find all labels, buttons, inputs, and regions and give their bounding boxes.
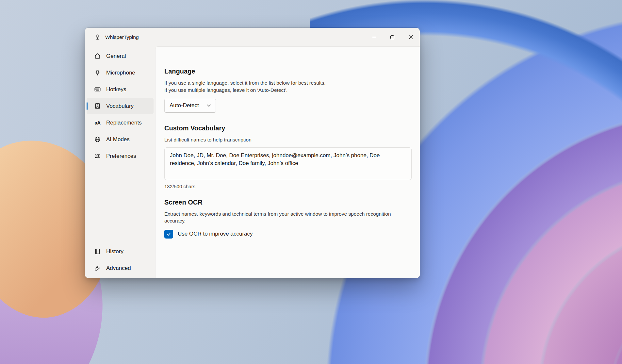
sidebar-item-label: History: [106, 248, 123, 255]
custom-vocabulary-heading: Custom Vocabulary: [164, 124, 412, 132]
wrench-icon: [94, 265, 101, 272]
microphone-icon: [94, 69, 101, 76]
sidebar-item-label: Preferences: [106, 153, 136, 159]
contact-card-icon: [94, 103, 101, 109]
minimize-button[interactable]: [365, 28, 383, 46]
ocr-checkbox-row: Use OCR to improve accuracy: [164, 230, 412, 239]
sidebar-item-advanced[interactable]: Advanced: [87, 260, 154, 276]
maximize-button[interactable]: [383, 28, 401, 46]
language-dropdown[interactable]: Auto-Detect: [164, 99, 216, 113]
settings-content: Language If you use a single language, s…: [155, 46, 420, 278]
sidebar-item-ai-modes[interactable]: AI Modes: [87, 131, 154, 148]
sidebar-item-hotkeys[interactable]: Hotkeys: [87, 81, 154, 98]
custom-vocabulary-section: Custom Vocabulary List difficult names t…: [164, 124, 412, 189]
window-controls: [365, 28, 420, 46]
sliders-icon: [94, 153, 101, 159]
custom-vocabulary-description: List difficult names to help transcripti…: [164, 136, 412, 143]
sidebar-item-vocabulary[interactable]: Vocabulary: [87, 98, 154, 114]
sidebar-item-label: Advanced: [106, 265, 131, 272]
close-button[interactable]: [401, 28, 420, 46]
book-icon: [94, 248, 101, 255]
language-description-line2: If you use multiple languages, leave it …: [164, 87, 412, 94]
window-body: General Microphone Hot: [85, 46, 420, 278]
sidebar-item-replacements[interactable]: aA Replacements: [87, 114, 154, 131]
ocr-checkbox-label: Use OCR to improve accuracy: [178, 231, 253, 237]
selected-indicator: [87, 102, 88, 110]
chevron-down-icon: [207, 104, 211, 107]
sidebar-item-label: AI Modes: [106, 136, 130, 143]
sidebar-item-microphone[interactable]: Microphone: [87, 64, 154, 81]
app-microphone-icon: [94, 34, 101, 40]
sidebar: General Microphone Hot: [85, 46, 155, 278]
language-heading: Language: [164, 68, 412, 75]
titlebar[interactable]: WhisperTyping: [85, 28, 420, 46]
ocr-checkbox[interactable]: [164, 230, 173, 239]
sidebar-item-label: General: [106, 53, 126, 59]
brain-icon: [94, 136, 101, 143]
checkmark-icon: [166, 231, 172, 237]
sidebar-item-general[interactable]: General: [87, 48, 154, 64]
home-icon: [94, 53, 101, 59]
minimize-icon: [372, 37, 376, 37]
screen-ocr-description: Extract names, keywords and technical te…: [164, 210, 412, 224]
text-case-icon: aA: [94, 119, 101, 126]
sidebar-item-label: Microphone: [106, 70, 135, 76]
sidebar-item-label: Vocabulary: [106, 103, 134, 109]
language-description: If you use a single language, select it …: [164, 79, 412, 93]
app-window: WhisperTyping Gener: [85, 28, 420, 278]
sidebar-item-label: Hotkeys: [106, 86, 126, 93]
close-icon: [409, 35, 413, 39]
keyboard-icon: [94, 86, 101, 93]
char-count: 132/500 chars: [164, 184, 412, 189]
language-description-line1: If you use a single language, select it …: [164, 79, 412, 87]
sidebar-item-label: Replacements: [106, 120, 142, 126]
screen-ocr-section: Screen OCR Extract names, keywords and t…: [164, 199, 412, 239]
window-title: WhisperTyping: [105, 34, 139, 40]
sidebar-bottom-group: History Advanced: [85, 243, 155, 276]
sidebar-item-preferences[interactable]: Preferences: [87, 148, 154, 164]
maximize-icon: [390, 35, 394, 39]
language-dropdown-value: Auto-Detect: [170, 102, 199, 109]
screen-ocr-heading: Screen OCR: [164, 199, 412, 206]
sidebar-item-history[interactable]: History: [87, 243, 154, 260]
custom-vocabulary-input[interactable]: John Doe, JD, Mr. Doe, Doe Enterprises, …: [164, 147, 412, 180]
